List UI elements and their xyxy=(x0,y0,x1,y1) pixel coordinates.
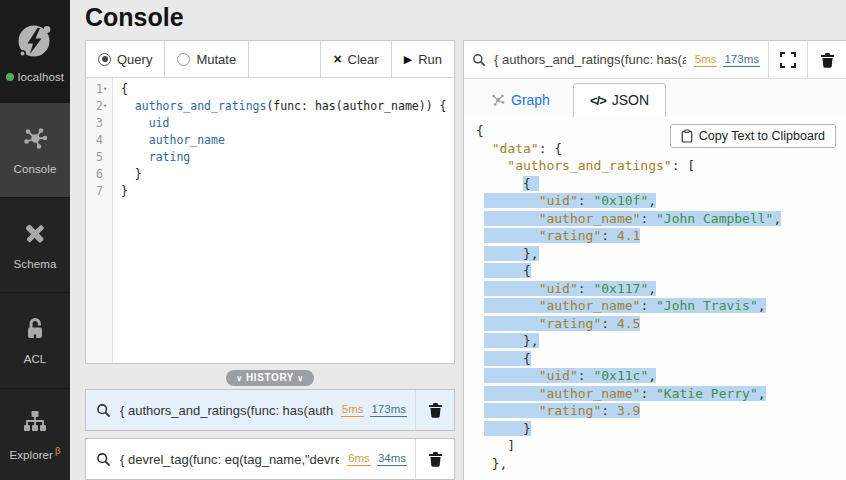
mutate-mode-button[interactable]: Mutate xyxy=(165,41,249,77)
network-latency: 173ms xyxy=(723,53,760,67)
delete-history-button[interactable] xyxy=(416,439,454,479)
json-line: "rating": 3.9 xyxy=(476,402,846,420)
toolbar-spacer xyxy=(249,41,321,77)
server-latency: 5ms xyxy=(694,53,718,67)
line-number: 5 xyxy=(86,149,112,166)
result-query-text: { authors_and_ratings(func: has(aut... xyxy=(494,52,686,67)
json-line: "author_name": "John Campbell", xyxy=(476,210,846,228)
json-line: }, xyxy=(476,455,846,473)
search-icon xyxy=(86,452,120,467)
ratel-console-app: localhost Console xyxy=(0,0,846,480)
result-tabs: Graph </> JSON xyxy=(464,79,846,117)
sidebar-item-schema[interactable]: Schema xyxy=(0,197,70,292)
schema-tools-icon xyxy=(22,221,48,251)
fold-caret-icon: ▾ xyxy=(103,98,110,115)
result-panel: { authors_and_ratings(func: has(aut... 5… xyxy=(463,40,846,480)
code-line: authors_and_ratings(func: has(author_nam… xyxy=(121,98,454,115)
graph-icon xyxy=(491,93,505,107)
clipboard-icon xyxy=(681,129,693,143)
query-toolbar: Query Mutate × Clear ▶ R xyxy=(86,41,454,78)
trash-icon xyxy=(428,402,443,418)
history-query-text: { devrel_tag(func: eq(tag_name,"devrel..… xyxy=(120,452,339,467)
code-line: } xyxy=(121,183,454,200)
fullscreen-button[interactable] xyxy=(769,41,807,78)
sidebar-item-label: Console xyxy=(14,163,57,175)
line-number: 7 xyxy=(86,183,112,200)
search-icon xyxy=(86,403,120,418)
json-line: { xyxy=(476,175,846,193)
fold-caret-icon: ▾ xyxy=(103,81,110,98)
result-query-bar: { authors_and_ratings(func: has(aut... 5… xyxy=(464,41,846,79)
sidebar-item-console[interactable]: Console xyxy=(0,102,70,197)
sidebar-brand[interactable]: localhost xyxy=(0,0,70,102)
query-timings: 6ms 34ms xyxy=(347,452,407,466)
json-line: "rating": 4.5 xyxy=(476,315,846,333)
explorer-hierarchy-icon xyxy=(22,408,48,438)
copy-to-clipboard-button[interactable]: Copy Text to Clipboard xyxy=(670,124,836,148)
run-play-icon: ▶ xyxy=(404,53,412,66)
delete-history-button[interactable] xyxy=(416,390,454,430)
beta-badge: β xyxy=(55,445,61,456)
chevron-down-icon: ∨ xyxy=(297,374,303,383)
console-graph-icon xyxy=(22,125,49,156)
editor-code: { authors_and_ratings(func: has(author_n… xyxy=(113,78,454,363)
radio-unselected-icon xyxy=(177,53,190,66)
json-line: { xyxy=(476,262,846,280)
history-toggle[interactable]: ∨ HISTORY ∨ xyxy=(226,370,314,386)
tab-graph[interactable]: Graph xyxy=(474,83,567,117)
search-icon xyxy=(464,53,494,67)
server-latency: 5ms xyxy=(341,403,365,417)
code-line: rating xyxy=(121,149,454,166)
json-output: Copy Text to Clipboard { "data": { "auth… xyxy=(464,117,846,480)
query-column: Query Mutate × Clear ▶ R xyxy=(85,38,455,480)
line-number: 4 xyxy=(86,132,112,149)
network-latency: 173ms xyxy=(370,403,407,417)
trash-icon xyxy=(428,451,443,467)
radio-selected-icon xyxy=(98,53,111,66)
dgraph-logo-icon xyxy=(14,20,56,66)
page-title: Console xyxy=(85,0,846,38)
tab-json[interactable]: </> JSON xyxy=(573,83,666,117)
history-section: ∨ HISTORY ∨ { authors_and_ratings(func: … xyxy=(85,367,455,480)
code-editor[interactable]: 1▾2▾34567 { authors_and_ratings(func: ha… xyxy=(86,78,454,363)
clear-button[interactable]: × Clear xyxy=(321,41,391,77)
sidebar-item-acl[interactable]: ACL xyxy=(0,292,70,388)
query-timings: 5ms 173ms xyxy=(341,403,407,417)
code-line: uid xyxy=(121,115,454,132)
delete-result-button[interactable] xyxy=(808,41,846,78)
json-line: } xyxy=(476,420,846,438)
json-line: "author_name": "Katie Perry", xyxy=(476,385,846,403)
line-number[interactable]: 1▾ xyxy=(86,81,112,98)
json-line: { xyxy=(476,350,846,368)
json-line: "uid": "0x11c", xyxy=(476,367,846,385)
code-line: } xyxy=(121,166,454,183)
query-mode-button[interactable]: Query xyxy=(86,41,165,77)
code-line: { xyxy=(121,81,454,98)
acl-lock-icon xyxy=(22,316,48,346)
main-area: Console Query Mutate xyxy=(70,0,846,480)
run-button[interactable]: ▶ Run xyxy=(392,41,454,77)
fullscreen-icon xyxy=(780,52,796,68)
sidebar-item-explorer[interactable]: Explorerβ xyxy=(0,388,70,480)
json-line: "uid": "0x10f", xyxy=(476,192,846,210)
sidebar-item-label: Schema xyxy=(14,258,57,270)
network-latency: 34ms xyxy=(377,452,407,466)
json-line: "rating": 4.1 xyxy=(476,227,846,245)
code-brackets-icon: </> xyxy=(590,93,606,108)
editor-gutter: 1▾2▾34567 xyxy=(86,78,113,363)
json-line: "author_name": "John Travis", xyxy=(476,297,846,315)
history-item[interactable]: { authors_and_ratings(func: has(author..… xyxy=(85,389,455,431)
json-line: ] xyxy=(476,437,846,455)
clear-x-icon: × xyxy=(333,51,341,67)
line-number: 6 xyxy=(86,166,112,183)
status-dot-icon xyxy=(6,73,14,81)
line-number[interactable]: 2▾ xyxy=(86,98,112,115)
server-latency: 6ms xyxy=(347,452,371,466)
history-item[interactable]: { devrel_tag(func: eq(tag_name,"devrel..… xyxy=(85,438,455,480)
trash-icon xyxy=(820,52,835,68)
code-line: author_name xyxy=(121,132,454,149)
sidebar: localhost Console xyxy=(0,0,70,480)
json-line: "authors_and_ratings": [ xyxy=(476,157,846,175)
line-number: 3 xyxy=(86,115,112,132)
chevron-down-icon: ∨ xyxy=(236,374,242,383)
